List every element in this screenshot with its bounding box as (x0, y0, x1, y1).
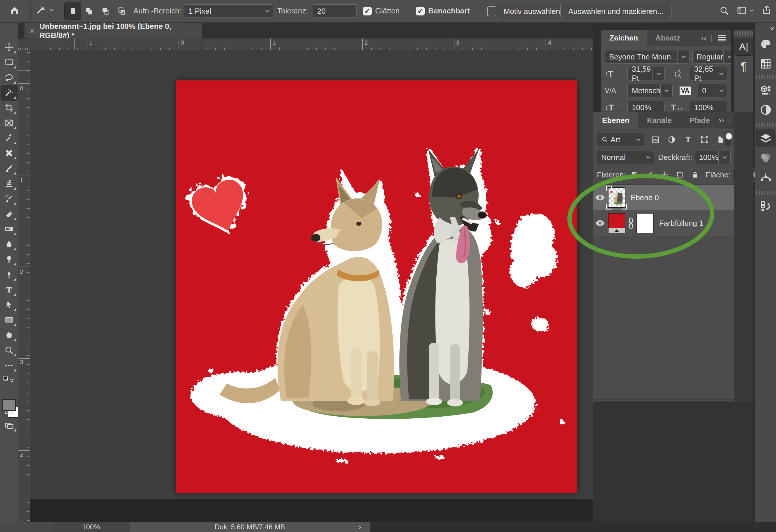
layers-panel-icon[interactable] (757, 129, 775, 147)
benachbart-checkbox[interactable]: ✓ Benachbart (416, 6, 470, 15)
lock-artboard-icon[interactable] (675, 170, 684, 179)
visibility-eye-icon[interactable] (593, 219, 607, 227)
adjustment-filter-icon[interactable] (667, 135, 676, 144)
magic-wand-tool[interactable] (1, 85, 17, 100)
layer-filter-select[interactable]: Art (597, 133, 644, 146)
foreground-color-swatch[interactable] (2, 399, 16, 411)
lock-pixels-icon[interactable] (645, 170, 654, 179)
toleranz-input[interactable]: 20 (313, 4, 357, 18)
horizontal-ruler[interactable]: 101234 (30, 38, 593, 50)
fill-layer-thumbnail[interactable] (608, 213, 625, 233)
eyedropper-tool[interactable] (1, 131, 17, 146)
zoom-level-field[interactable]: 100% (52, 522, 130, 532)
font-style-select[interactable]: Regular (693, 50, 731, 63)
frame-tool[interactable] (1, 115, 17, 131)
type-filter-icon[interactable]: T (684, 135, 693, 144)
share-button[interactable] (761, 5, 772, 15)
color-panel-icon[interactable] (757, 35, 775, 53)
lock-position-icon[interactable] (660, 170, 669, 179)
channels-panel-icon[interactable] (757, 149, 775, 167)
kerning-select[interactable]: Metrisch (627, 84, 672, 97)
paragraph-panel-icon[interactable]: ¶ (734, 58, 753, 75)
panel-menu-icon[interactable] (717, 33, 727, 43)
close-tab-icon[interactable]: × (30, 26, 35, 36)
type-tool[interactable]: T (1, 282, 17, 297)
tab-kanaele[interactable]: Kanäle (638, 112, 681, 129)
zoom-tool[interactable] (1, 343, 17, 358)
visibility-eye-icon[interactable] (593, 194, 607, 201)
workspace-switcher[interactable] (736, 5, 755, 16)
properties-panel-icon[interactable] (757, 81, 775, 99)
pixel-filter-icon[interactable] (651, 135, 660, 144)
edit-toolbar[interactable] (1, 358, 17, 373)
vertical-scale-input[interactable]: 100% (627, 101, 665, 112)
add-selection-button[interactable] (81, 2, 97, 20)
tab-pfade[interactable]: Pfade (681, 112, 719, 129)
lasso-tool[interactable] (1, 70, 17, 85)
layer-thumbnail[interactable] (608, 187, 625, 208)
tool-preset-magic-wand[interactable] (35, 5, 55, 15)
crop-tool[interactable] (1, 100, 17, 115)
horizontal-scale-input[interactable]: 100% (690, 101, 727, 112)
layer-row-farbfuellung[interactable]: Farbfüllung 1 (593, 210, 734, 236)
eraser-tool[interactable] (1, 206, 17, 221)
aufn-bereich-select[interactable]: 1 Pixel (184, 4, 273, 18)
clone-stamp-tool[interactable] (1, 176, 17, 191)
collapse-panel-icon[interactable]: ›› (719, 116, 724, 125)
tab-absatz[interactable]: Absatz (647, 30, 689, 46)
lock-all-icon[interactable] (691, 170, 700, 179)
subtract-selection-button[interactable] (97, 2, 114, 20)
document-size-field[interactable]: Dok: 5,60 MB/7,46 MB › (130, 522, 370, 532)
tab-zeichen[interactable]: Zeichen (601, 30, 647, 46)
history-panel-icon[interactable] (757, 197, 775, 215)
tab-ebenen[interactable]: Ebenen (593, 112, 638, 129)
motiv-auswaehlen-button[interactable]: Motiv auswählen (496, 4, 568, 19)
intersect-selection-button[interactable] (114, 2, 130, 20)
pasteboard[interactable] (30, 50, 593, 522)
layer-row-ebene0[interactable]: Ebene 0 (593, 185, 734, 210)
ruler-corner[interactable] (18, 38, 30, 51)
status-chevron-icon[interactable]: › (359, 523, 361, 532)
new-selection-button[interactable] (65, 2, 81, 20)
search-button[interactable] (719, 5, 729, 16)
path-selection-tool[interactable] (1, 297, 17, 312)
tracking-select[interactable]: 0 (698, 84, 727, 97)
leading-select[interactable]: 32,65 Pt (690, 67, 727, 80)
gradient-tool[interactable] (1, 221, 17, 236)
auswaehlen-maskieren-button[interactable]: Auswählen und maskieren... (560, 4, 671, 19)
smartobject-filter-icon[interactable] (716, 135, 725, 144)
layer-mask-thumbnail[interactable] (636, 213, 654, 233)
history-brush-tool[interactable] (1, 191, 17, 206)
blur-tool[interactable] (1, 236, 17, 252)
mask-link-icon[interactable] (627, 217, 635, 229)
marquee-tool[interactable] (1, 55, 17, 70)
layer-name[interactable]: Ebene 0 (631, 193, 659, 202)
layer-name[interactable]: Farbfüllung 1 (659, 219, 704, 228)
swatches-panel-icon[interactable] (757, 55, 775, 72)
home-button[interactable] (9, 5, 20, 16)
font-family-select[interactable]: Beyond The Moun... (605, 50, 690, 63)
deckkraft-select[interactable]: 100% (695, 151, 731, 164)
rectangle-tool[interactable] (1, 312, 17, 328)
document-tab[interactable]: × Unbenannt–1.jpg bei 100% (Ebene 0, RGB… (24, 23, 202, 38)
paths-panel-icon[interactable] (757, 169, 775, 186)
brush-tool[interactable] (1, 161, 17, 176)
dodge-tool[interactable] (1, 252, 17, 267)
collapse-dock-icon[interactable]: ‹‹ (755, 23, 776, 33)
hand-tool[interactable] (1, 328, 17, 343)
adjustments-panel-icon[interactable] (757, 101, 775, 119)
font-size-select[interactable]: 31,59 Pt (627, 67, 665, 80)
vertical-ruler[interactable]: 01234 (18, 50, 30, 522)
swap-colors-button[interactable] (1, 375, 17, 386)
pen-tool[interactable] (1, 267, 17, 282)
screen-mode-button[interactable] (1, 418, 17, 433)
document-canvas[interactable] (176, 80, 577, 493)
blend-mode-select[interactable]: Normal (597, 151, 654, 164)
collapse-panel-icon[interactable]: ›› (701, 33, 707, 42)
move-tool[interactable] (1, 40, 17, 55)
lock-transparency-icon[interactable] (630, 170, 639, 179)
glaetten-checkbox[interactable]: ✓ Glätten (363, 6, 400, 15)
shape-filter-icon[interactable] (700, 135, 709, 144)
filter-toggle[interactable] (725, 133, 731, 147)
character-panel-icon[interactable]: A| (734, 38, 753, 55)
